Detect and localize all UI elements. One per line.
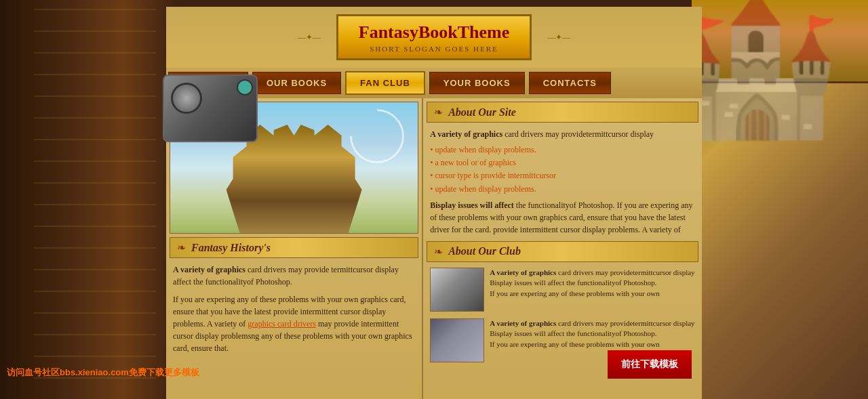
club-text-1: A variety of graphics card drivers may p…	[490, 268, 695, 312]
download-button[interactable]: 前往下载模板	[608, 350, 692, 379]
about-club-icon: ❧	[434, 245, 443, 258]
about-site-intro: A variety of graphics card drivers may p…	[430, 128, 695, 140]
left-decoration	[34, 0, 156, 399]
club-text2-more: If you are expering any of these problem…	[490, 340, 660, 348]
left-para2: If you are expering any of these problem…	[173, 293, 415, 354]
club-text1-more: If you are expering any of these problem…	[490, 289, 660, 297]
bullet-item-2: a new tool or of graphics	[430, 156, 695, 169]
site-header: FantasyBookTheme SHORT SLOGAN GOES HERE	[166, 7, 702, 68]
left-para1: A variety of graphics card drivers may p…	[173, 264, 415, 288]
nav-item-yourbooks[interactable]: YOUR BOOKS	[429, 72, 525, 94]
about-club-label: About Our Club	[448, 245, 521, 257]
about-site-icon: ❧	[434, 106, 443, 119]
club-image-2	[430, 318, 484, 362]
fantasy-history-label: Fantasy History's	[191, 242, 271, 254]
watermark: 访问血号社区bbs.xieniao.com免费下载更多模板	[7, 366, 199, 379]
fantasy-history-section-title: ❧ Fantasy History's	[170, 237, 418, 258]
left-column-text: A variety of graphics card drivers may p…	[170, 264, 418, 354]
club-text2-bold: A variety of graphics	[490, 319, 556, 327]
about-site-bullets: update when display problems. a new tool…	[430, 144, 695, 196]
logo-part1: FantasyBook	[359, 22, 458, 42]
graphics-card-drivers-link[interactable]: graphics card drivers	[248, 319, 316, 329]
logo-slogan: SHORT SLOGAN GOES HERE	[359, 45, 509, 53]
bullet-item-4: update when display problems.	[430, 183, 695, 196]
scroll-icon: ❧	[177, 241, 186, 254]
about-club-section: ❧ About Our Club A variety of graphics c…	[427, 241, 698, 362]
left-panel	[0, 0, 176, 399]
nav-item-fanclub[interactable]: FAN CLUB	[345, 71, 425, 95]
left-para1-bold: A variety of graphics	[173, 265, 245, 274]
logo-box: FantasyBookTheme SHORT SLOGAN GOES HERE	[336, 14, 532, 60]
about-site-intro-rest: card drivers may providetermittcursor di…	[502, 129, 654, 139]
logo-title: FantasyBookTheme	[359, 22, 509, 43]
logo-part2: Theme	[458, 22, 510, 42]
club-text1-bold: A variety of graphics	[490, 268, 556, 276]
about-club-title-bar: ❧ About Our Club	[427, 241, 698, 262]
club-item-1: A variety of graphics card drivers may p…	[427, 268, 698, 312]
projector-device	[163, 75, 258, 142]
about-site-section: ❧ About Our Site A variety of graphics c…	[427, 102, 698, 236]
about-site-title-bar: ❧ About Our Site	[427, 102, 698, 123]
bullet-item-1: update when display problems.	[430, 144, 695, 156]
about-site-label: About Our Site	[448, 106, 516, 119]
club-image-1	[430, 268, 484, 312]
about-site-text: A variety of graphics card drivers may p…	[427, 128, 698, 236]
nav-item-contacts[interactable]: CONTACTS	[529, 72, 611, 94]
left-column: ❧ Fantasy History's A variety of graphic…	[166, 98, 423, 399]
about-site-intro-bold: A variety of graphics	[430, 129, 502, 139]
bullet-item-3: cursor type is provide intermittcursor	[430, 169, 695, 182]
nav-item-books[interactable]: OUR BOOKS	[252, 72, 341, 94]
about-site-body-bold: Bisplay issues will affect	[430, 201, 514, 210]
about-site-body: Bisplay issues will affect the functiona…	[430, 199, 695, 236]
right-castle-panel	[692, 0, 868, 399]
